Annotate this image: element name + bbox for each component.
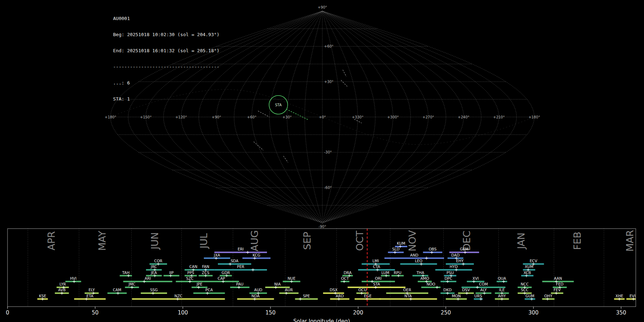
shower-label: GUM <box>526 294 535 298</box>
shower-bar-group: GUM <box>525 294 535 301</box>
peak-marker <box>131 286 133 289</box>
peak-marker <box>618 298 621 301</box>
peak-marker <box>464 251 467 254</box>
peak-marker <box>215 257 218 260</box>
shower-label: CTA <box>373 264 380 269</box>
shower-label: IIP <box>169 270 174 275</box>
shower-bar <box>446 298 467 300</box>
peak-marker <box>197 286 200 289</box>
peak-marker <box>446 280 449 283</box>
shower-bar-group: LEO <box>400 259 437 265</box>
shower-label: URS <box>474 294 482 298</box>
shower-label: OER <box>403 288 411 292</box>
shower-label: GDR <box>221 270 230 275</box>
peak-marker <box>60 292 63 294</box>
shower-bar-group: NOO <box>421 282 440 289</box>
begin-time: Beg: 20251018 10:02:30 (sol = 204.93°) <box>113 32 219 37</box>
shower-label: OCT <box>341 276 349 280</box>
peak-marker <box>253 298 256 301</box>
peak-marker <box>285 292 288 294</box>
shower-label: PPS <box>187 270 194 275</box>
shower-bar-group: FEV <box>551 288 563 294</box>
shower-bar-group: JXA <box>204 253 230 260</box>
shower-bar-group: CAM <box>107 288 127 294</box>
shower-bar <box>120 275 132 277</box>
month-label: FEB <box>572 231 583 250</box>
peak-marker <box>483 292 486 294</box>
shower-label: SSG <box>150 288 157 292</box>
shower-bar-group: NTA <box>379 294 437 301</box>
peak-marker <box>206 292 209 294</box>
peak-marker <box>337 298 340 301</box>
peak-marker <box>343 280 346 283</box>
peak-marker <box>462 263 465 265</box>
shower-label: QUA <box>498 276 506 280</box>
peak-marker <box>176 298 179 301</box>
peak-marker <box>472 280 475 283</box>
peak-marker <box>253 257 256 260</box>
peak-marker <box>152 292 155 294</box>
shower-label: DKD <box>443 288 452 292</box>
month-label: OCT <box>354 230 365 251</box>
peak-marker <box>299 298 302 301</box>
observation-info: AU0001 Beg: 20251018 10:02:30 (sol = 204… <box>113 5 219 112</box>
shower-label: CAN <box>189 264 197 269</box>
shower-bar-group: SSG <box>141 288 167 294</box>
x-tick-label: 50 <box>92 309 98 316</box>
x-tick-label: 150 <box>265 309 276 316</box>
shower-count: STA: 1 <box>113 96 219 102</box>
shower-bar-group: CAP <box>204 276 239 283</box>
x-tick-label: 250 <box>441 309 451 316</box>
shower-bar-group: STA <box>348 282 406 289</box>
x-axis-label: Solar longitude (deg) <box>293 318 350 322</box>
peak-marker <box>189 280 191 283</box>
shower-label: DRA <box>344 270 352 275</box>
shower-label: NCC <box>521 282 529 286</box>
shower-label: TAH <box>122 270 130 275</box>
shower-label: LEO <box>415 259 423 263</box>
shower-label: NDA <box>252 294 260 298</box>
shower-label: ILE <box>499 288 505 292</box>
month-label: MAY <box>97 230 108 251</box>
shower-label: ARD <box>336 294 344 298</box>
shower-label: XVI <box>473 276 479 280</box>
peak-marker <box>446 292 449 294</box>
shower-bar <box>74 298 106 300</box>
shower-bar-group: QUA <box>497 276 507 283</box>
shower-label: ALY <box>480 288 487 292</box>
peak-marker <box>290 280 293 283</box>
shower-bar <box>525 298 535 300</box>
peak-marker <box>376 268 379 271</box>
peak-marker <box>85 298 88 301</box>
peak-marker <box>374 286 377 289</box>
shower-bar <box>204 281 239 282</box>
shower-label: ELY <box>88 288 95 292</box>
shower-label: COR <box>154 259 162 263</box>
shower-bar-group: EGE <box>355 294 381 301</box>
shower-label: PCA <box>205 288 213 292</box>
shower-bar-group: MON <box>446 294 467 301</box>
shower-label: ORI <box>375 276 382 280</box>
shower-bar-group: AHY <box>495 294 509 301</box>
peak-marker <box>157 263 160 265</box>
shower-label: JMC <box>128 282 136 286</box>
shower-label: PAU <box>236 282 244 286</box>
peak-marker <box>252 268 254 271</box>
shower-label: DPC <box>444 276 452 280</box>
shower-label: FAN <box>202 264 209 269</box>
shower-label: SPE <box>303 294 310 298</box>
x-tick-label: 300 <box>528 309 539 316</box>
shower-label: AAN <box>554 276 562 280</box>
shower-label: STA <box>373 282 380 286</box>
shower-label: COM <box>479 282 488 286</box>
peak-marker <box>502 280 505 283</box>
month-label: JAN <box>516 233 527 250</box>
shower-label: CAM <box>113 288 121 292</box>
shower-bar-group: PAU <box>230 282 249 289</box>
shower-bar-group: KSE <box>37 294 48 301</box>
shower-bar-group: DPC <box>440 276 456 283</box>
peak-marker <box>425 257 428 260</box>
shower-label: HVI <box>70 276 77 280</box>
shower-label: DSV <box>462 288 470 292</box>
shower-label: ARI <box>145 276 151 280</box>
